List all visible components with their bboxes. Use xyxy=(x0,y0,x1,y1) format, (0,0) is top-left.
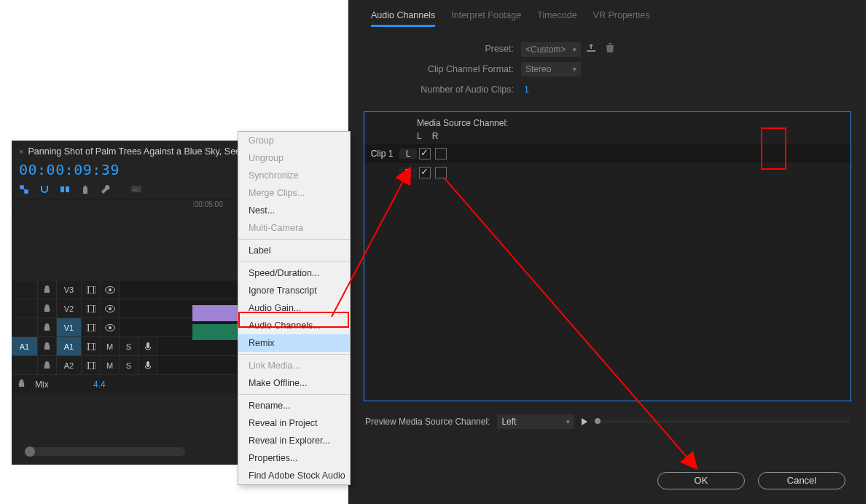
menu-item[interactable]: Make Offline... xyxy=(238,374,350,392)
mute-label[interactable]: M xyxy=(101,337,120,355)
dialog-form: Preset: <Custom>▾ Clip Channel Format: S… xyxy=(349,27,866,107)
menu-item[interactable]: Remix xyxy=(238,334,350,352)
svg-rect-14 xyxy=(87,324,95,331)
checkbox-clip1-r-l[interactable] xyxy=(419,167,431,178)
menu-item[interactable]: Properties... xyxy=(238,449,350,467)
checkbox-clip1-l-r[interactable] xyxy=(435,148,447,160)
scrub-thumb[interactable] xyxy=(595,418,601,424)
ruler-tick: :00:05:00 xyxy=(192,200,223,208)
preview-scrubber[interactable] xyxy=(595,420,850,423)
lock-icon[interactable] xyxy=(12,379,31,390)
magnet-icon[interactable] xyxy=(39,184,50,194)
svg-rect-16 xyxy=(93,324,94,331)
tab-timecode[interactable]: Timecode xyxy=(537,10,576,27)
zoom-thumb[interactable] xyxy=(25,446,35,457)
track-label[interactable]: V2 xyxy=(57,299,82,318)
column-r: R xyxy=(432,131,439,141)
track-label[interactable]: V1 xyxy=(57,318,82,336)
menu-item[interactable]: Audio Channels... xyxy=(238,317,350,334)
num-clips-label: Number of Audio Clips: xyxy=(375,84,521,95)
checkbox-clip1-l-l[interactable] xyxy=(419,148,431,160)
menu-item: Link Media... xyxy=(238,357,350,374)
clip1-l-row: Clip 1 L xyxy=(364,144,851,163)
preview-row: Preview Media Source Channel: Left▾ xyxy=(349,401,866,429)
menu-item: Ungroup xyxy=(238,149,350,167)
tab-interpret-footage[interactable]: Interpret Footage xyxy=(451,10,521,27)
marker-icon[interactable] xyxy=(80,184,90,194)
svg-rect-22 xyxy=(146,342,149,348)
menu-item: Synchronize xyxy=(238,167,350,184)
play-icon[interactable] xyxy=(582,418,587,425)
svg-rect-26 xyxy=(146,361,149,367)
channel-grid: Media Source Channel: L R Clip 1 L R xyxy=(364,111,851,401)
save-preset-icon[interactable] xyxy=(583,41,599,55)
preset-select[interactable]: <Custom>▾ xyxy=(521,42,581,57)
lock-icon[interactable] xyxy=(38,280,57,299)
menu-item[interactable]: Speed/Duration... xyxy=(238,264,350,282)
eye-icon[interactable] xyxy=(101,318,120,336)
menu-item[interactable]: Label xyxy=(238,242,350,259)
film-icon[interactable] xyxy=(82,299,101,318)
lock-icon[interactable] xyxy=(38,337,57,355)
preview-channel-select[interactable]: Left▾ xyxy=(497,414,574,429)
menu-item[interactable]: Nest... xyxy=(238,202,350,219)
tab-vr-properties[interactable]: VR Properties xyxy=(593,10,650,27)
trash-icon[interactable] xyxy=(602,41,618,55)
menu-item[interactable]: Reveal in Project xyxy=(238,414,350,432)
clip1-label: Clip 1 xyxy=(364,149,399,159)
svg-point-13 xyxy=(109,307,112,310)
svg-text:cc: cc xyxy=(133,186,137,192)
menu-item: Group xyxy=(238,132,350,149)
svg-point-18 xyxy=(109,326,112,329)
menu-item[interactable]: Reveal in Explorer... xyxy=(238,432,350,449)
mute-label[interactable]: M xyxy=(101,356,120,374)
wrench-icon[interactable] xyxy=(101,184,111,194)
svg-rect-9 xyxy=(87,305,95,312)
menu-item[interactable]: Find Adobe Stock Audio xyxy=(238,467,350,484)
svg-rect-21 xyxy=(93,343,94,350)
caption-icon[interactable]: cc xyxy=(131,184,141,194)
solo-label[interactable]: S xyxy=(120,337,138,355)
track-label[interactable]: A1 xyxy=(57,337,82,355)
mic-icon[interactable] xyxy=(138,356,157,374)
lock-icon[interactable] xyxy=(38,356,57,374)
svg-rect-5 xyxy=(88,286,89,294)
snap-icon[interactable] xyxy=(19,184,29,194)
menu-item[interactable]: Ignore Transcript xyxy=(238,282,350,299)
eye-icon[interactable] xyxy=(101,280,120,299)
close-icon[interactable]: × xyxy=(19,147,23,156)
mic-icon[interactable] xyxy=(138,337,157,355)
lock-icon[interactable] xyxy=(38,299,57,318)
source-patch[interactable]: A1 xyxy=(12,337,38,355)
preview-label: Preview Media Source Channel: xyxy=(365,417,490,427)
channel-format-select[interactable]: Stereo▾ xyxy=(521,62,581,76)
svg-rect-25 xyxy=(93,362,94,369)
track-label[interactable]: V3 xyxy=(57,280,82,299)
checkbox-clip1-r-r[interactable] xyxy=(435,167,447,178)
mix-value[interactable]: 4.4 xyxy=(60,379,106,390)
film-icon[interactable] xyxy=(82,280,101,299)
film-icon[interactable] xyxy=(82,337,101,355)
tab-audio-channels[interactable]: Audio Channels xyxy=(371,10,435,27)
svg-rect-4 xyxy=(87,286,95,294)
film-icon[interactable] xyxy=(82,318,101,336)
preset-label: Preset: xyxy=(375,44,521,54)
solo-label[interactable]: S xyxy=(120,356,138,374)
lock-icon[interactable] xyxy=(38,318,57,336)
cancel-button[interactable]: Cancel xyxy=(758,472,845,489)
num-clips-value[interactable]: 1 xyxy=(521,84,529,95)
clip1-r-row: R xyxy=(364,163,851,182)
film-icon[interactable] xyxy=(82,356,101,374)
track-label[interactable]: A2 xyxy=(57,356,82,374)
grid-header: Media Source Channel: xyxy=(417,118,508,128)
column-l: L xyxy=(417,131,422,141)
menu-item[interactable]: Rename... xyxy=(238,397,350,414)
svg-point-8 xyxy=(109,288,112,291)
eye-icon[interactable] xyxy=(101,299,120,318)
sequence-title: Panning Shot of Palm Trees Against a Blu… xyxy=(28,146,246,157)
zoom-scrollbar[interactable] xyxy=(25,447,185,456)
linked-icon[interactable] xyxy=(60,184,70,194)
ok-button[interactable]: OK xyxy=(657,472,745,489)
menu-item[interactable]: Audio Gain... xyxy=(238,299,350,317)
svg-rect-23 xyxy=(87,362,95,369)
